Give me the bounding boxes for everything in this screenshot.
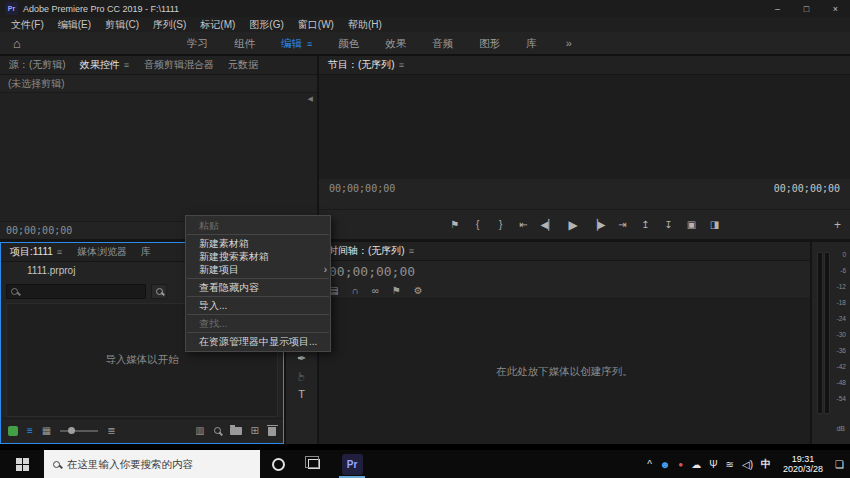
panel-menu-icon[interactable]: ≡: [399, 60, 412, 70]
window-title: Adobe Premiere Pro CC 2019 - F:\1111: [23, 4, 179, 14]
panel-menu-icon[interactable]: ≡: [124, 60, 137, 70]
tray-volume-icon[interactable]: ◁): [742, 459, 753, 470]
close-button[interactable]: ×: [821, 0, 850, 17]
mark-in-button[interactable]: {: [472, 219, 484, 230]
lift-button[interactable]: ↥: [639, 219, 651, 230]
add-marker-button[interactable]: ⚑: [392, 285, 401, 296]
new-bin-button[interactable]: [230, 427, 242, 435]
tray-cloud-icon[interactable]: ☁: [691, 459, 701, 470]
step-forward-button[interactable]: ▕▶: [590, 219, 605, 230]
linked-selection-button[interactable]: ∞: [372, 285, 379, 296]
zoom-slider[interactable]: [60, 430, 98, 432]
find-button[interactable]: [214, 426, 221, 436]
add-marker-button[interactable]: ⚑: [449, 219, 461, 230]
menu-file[interactable]: 文件(F): [4, 18, 51, 32]
minimize-button[interactable]: –: [763, 0, 792, 17]
tab-audio-clip-mixer[interactable]: 音频剪辑混合器: [137, 58, 221, 72]
menu-markers[interactable]: 标记(M): [193, 18, 242, 32]
workspace-tab-assembly[interactable]: 组件: [221, 32, 268, 54]
pen-tool[interactable]: ✒: [286, 352, 317, 365]
mark-out-button[interactable]: }: [495, 219, 507, 230]
tab-libraries[interactable]: 库: [134, 245, 158, 259]
go-to-out-button[interactable]: ⇥: [616, 219, 628, 230]
workspace-tab-libraries[interactable]: 库: [513, 32, 550, 54]
menu-edit[interactable]: 编辑(E): [51, 18, 98, 32]
clear-button[interactable]: [268, 427, 276, 436]
workspace-tab-learning[interactable]: 学习: [174, 32, 221, 54]
context-menu-item-reveal-in-explorer[interactable]: 在资源管理器中显示项目...: [186, 335, 330, 348]
project-search-input[interactable]: [6, 284, 146, 299]
compare-view-button[interactable]: ◨: [708, 219, 720, 230]
taskbar-search[interactable]: [44, 450, 260, 478]
audio-meter-panel: 0 -6 -12 -18 -24 -30 -36 -42 -48 -54 dB: [812, 242, 850, 444]
workspace-tab-audio[interactable]: 音频: [419, 32, 466, 54]
export-frame-button[interactable]: ▣: [685, 219, 697, 230]
menu-help[interactable]: 帮助(H): [341, 18, 389, 32]
sort-icons-button[interactable]: ≣: [107, 426, 115, 436]
home-icon[interactable]: ⌂: [0, 36, 34, 51]
timeline-timecode[interactable]: 00;00;00;00: [319, 261, 810, 283]
panel-menu-icon[interactable]: ≡: [57, 247, 70, 257]
scale-label: 0: [842, 252, 846, 258]
menu-graphics[interactable]: 图形(G): [242, 18, 290, 32]
tab-media-browser[interactable]: 媒体浏览器: [70, 245, 134, 259]
program-duration-timecode: 00;00;00;00: [774, 183, 840, 194]
new-item-button[interactable]: ⊞: [251, 426, 259, 436]
go-to-in-button[interactable]: ⇤: [518, 219, 530, 230]
hand-tool[interactable]: ☞: [286, 370, 317, 383]
menu-sequence[interactable]: 序列(S): [146, 18, 193, 32]
workspace-menu-icon[interactable]: ≡: [307, 39, 312, 49]
timeline-settings-wrench-icon[interactable]: ⚙: [414, 285, 423, 296]
collapse-timeline-icon[interactable]: ◀: [308, 95, 313, 103]
automate-to-sequence-button[interactable]: ▥: [195, 426, 204, 436]
snap-magnet-button[interactable]: ∩: [351, 285, 358, 296]
tab-timeline[interactable]: 时间轴：(无序列): [321, 244, 412, 258]
context-menu-item-new-bin[interactable]: 新建素材箱: [186, 237, 330, 250]
project-writable-icon[interactable]: [8, 426, 18, 436]
context-menu-item-import[interactable]: 导入...: [186, 299, 330, 312]
play-button[interactable]: ▶: [567, 218, 579, 232]
cortana-button[interactable]: [260, 450, 296, 478]
type-tool[interactable]: T: [286, 388, 317, 400]
workspace-tab-editing[interactable]: 编辑≡: [268, 32, 325, 54]
panel-menu-icon[interactable]: ≡: [409, 246, 422, 256]
icon-view-button[interactable]: ▦: [42, 426, 51, 436]
tab-project[interactable]: 项目:1111: [3, 245, 60, 259]
context-menu-item-new-search-bin[interactable]: 新建搜索素材箱: [186, 250, 330, 263]
workspace-overflow-icon[interactable]: »: [566, 37, 572, 49]
maximize-button[interactable]: □: [792, 0, 821, 17]
menu-window[interactable]: 窗口(W): [291, 18, 341, 32]
tray-network-icon[interactable]: ≋: [726, 459, 734, 470]
search-options-button[interactable]: [151, 284, 167, 299]
step-back-button[interactable]: ◀▏: [541, 219, 556, 230]
workspace-tab-color[interactable]: 颜色: [325, 32, 372, 54]
taskbar-clock[interactable]: 19:31 2020/3/28: [783, 454, 823, 474]
source-timecode[interactable]: 00;00;00;00: [6, 225, 72, 236]
ime-indicator[interactable]: 中: [761, 457, 771, 471]
context-menu-item-new-item[interactable]: 新建项目›: [186, 263, 330, 276]
search-icon: [53, 461, 60, 468]
context-menu-item-view-hidden[interactable]: 查看隐藏内容: [186, 281, 330, 294]
button-editor-button[interactable]: +: [834, 218, 841, 232]
tab-source-monitor[interactable]: 源：(无剪辑): [2, 58, 73, 72]
start-button[interactable]: [0, 450, 44, 478]
tab-metadata[interactable]: 元数据: [221, 58, 265, 72]
list-view-button[interactable]: ≡: [27, 426, 33, 436]
workspace-tab-effects[interactable]: 效果: [372, 32, 419, 54]
workspace-tab-graphics[interactable]: 图形: [466, 32, 513, 54]
notification-center-icon[interactable]: ❏: [835, 459, 844, 470]
tab-program-monitor[interactable]: 节目：(无序列): [321, 58, 402, 72]
program-current-timecode[interactable]: 00;00;00;00: [329, 183, 395, 194]
extract-button[interactable]: ↧: [662, 219, 674, 230]
tray-status-icon[interactable]: ●: [678, 460, 683, 469]
tab-effect-controls[interactable]: 效果控件: [73, 58, 127, 72]
menu-separator: [187, 296, 329, 297]
task-view-button[interactable]: [296, 450, 332, 478]
taskbar-premiere-button[interactable]: Pr: [332, 450, 372, 478]
taskbar-search-input[interactable]: [67, 458, 251, 470]
tray-person-icon[interactable]: ☻: [660, 459, 671, 470]
menu-clip[interactable]: 剪辑(C): [98, 18, 146, 32]
tray-expand-icon[interactable]: ^: [647, 459, 652, 470]
tray-microphone-icon[interactable]: Ψ: [709, 459, 717, 470]
timeline-drop-area[interactable]: 在此处放下媒体以创建序列。: [319, 299, 810, 444]
